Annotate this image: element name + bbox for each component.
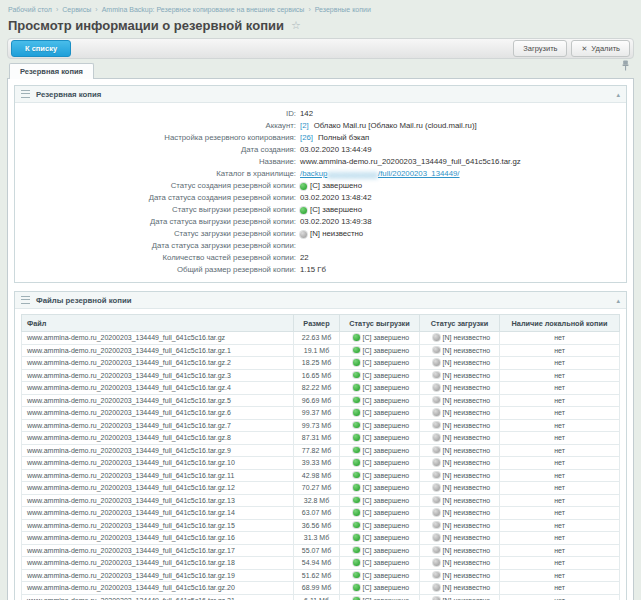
status-dot-completed	[353, 384, 360, 391]
delete-x-icon: ✕	[581, 45, 587, 52]
download-status-cell: [N] неизвестно	[420, 457, 500, 470]
collapse-panel-icon[interactable]: ▴	[616, 297, 620, 304]
form-row: Дата статуса создания резервной копии:03…	[15, 192, 626, 204]
file-name-cell: www.ammina-demo.ru_20200203_134449_full_…	[22, 344, 294, 357]
status-label: [C] завершено	[363, 472, 410, 479]
title-row: Просмотр информации о резервной копии ☆	[7, 17, 634, 38]
status-label: [C] завершено	[363, 372, 410, 379]
status-dot-unknown	[433, 497, 440, 504]
status-dot-unknown	[433, 509, 440, 516]
status-label: [N] неизвестно	[443, 397, 491, 404]
file-name-cell: www.ammina-demo.ru_20200203_134449_full_…	[22, 332, 294, 345]
backup-files-panel-header: Файлы резервной копии ▴	[15, 292, 626, 309]
download-status-cell: [N] неизвестно	[420, 469, 500, 482]
status-dot-unknown	[433, 359, 440, 366]
local-copy-cell: нет	[500, 332, 620, 345]
file-row: www.ammina-demo.ru_20200203_134449_full_…	[22, 357, 620, 370]
delete-button-label: Удалить	[591, 44, 620, 53]
status-dot-unknown	[433, 372, 440, 379]
status-label: [N] неизвестно	[443, 572, 491, 579]
file-size-cell: 96.69 Мб	[294, 394, 340, 407]
file-size-cell: 51.62 Мб	[294, 569, 340, 582]
status-dot-unknown	[433, 397, 440, 404]
path-prefix: /backup	[300, 169, 327, 178]
status-dot-completed	[353, 572, 360, 579]
reference-link[interactable]: [2]	[300, 120, 309, 132]
download-status-cell: [N] неизвестно	[420, 594, 500, 600]
files-table: Файл Размер Статус выгрузки Статус загру…	[21, 314, 620, 600]
status-label: [N] неизвестно	[443, 334, 491, 341]
status-label: [N] неизвестно	[443, 347, 491, 354]
download-status-cell: [N] неизвестно	[420, 569, 500, 582]
field-label: Дата статуса загрузки резервной копии:	[15, 240, 300, 252]
local-copy-cell: нет	[500, 382, 620, 395]
status-dot-completed	[353, 372, 360, 379]
status-dot-completed	[353, 359, 360, 366]
field-label: Дата статуса выгрузки резервной копии:	[15, 216, 300, 228]
file-size-cell: 82.22 Мб	[294, 382, 340, 395]
breadcrumb-link[interactable]: Рабочий стол	[8, 6, 52, 13]
file-size-cell: 55.07 Мб	[294, 544, 340, 557]
favorite-star-icon[interactable]: ☆	[291, 20, 301, 31]
status-label: [N] неизвестно	[443, 409, 491, 416]
local-copy-cell: нет	[500, 594, 620, 600]
download-button-label: Загрузить	[523, 44, 557, 53]
column-header-local: Наличие локальной копии	[500, 315, 620, 332]
download-button[interactable]: Загрузить	[513, 40, 567, 57]
field-label: Статус загрузки резервной копии:	[15, 228, 300, 240]
status-dot-completed	[353, 584, 360, 591]
form-row: Количество частей резервной копии:22	[15, 252, 626, 264]
field-value: [N] неизвестно	[300, 228, 363, 240]
status-label: [N] неизвестно	[443, 472, 491, 479]
status-label: [N] неизвестно	[443, 559, 491, 566]
breadcrumb-link[interactable]: Сервисы	[62, 6, 91, 13]
delete-button[interactable]: ✕ Удалить	[571, 40, 630, 57]
file-name-cell: www.ammina-demo.ru_20200203_134449_full_…	[22, 382, 294, 395]
file-row: www.ammina-demo.ru_20200203_134449_full_…	[22, 419, 620, 432]
status-dot-completed	[353, 522, 360, 529]
field-value: 142	[300, 108, 313, 120]
field-value: 1.15 Гб	[300, 264, 326, 276]
form-row: Дата статуса выгрузки резервной копии:03…	[15, 216, 626, 228]
file-row: www.ammina-demo.ru_20200203_134449_full_…	[22, 544, 620, 557]
status-label: [C] завершено	[363, 359, 410, 366]
breadcrumb-link[interactable]: Резервные копии	[315, 6, 371, 13]
upload-status-cell: [C] завершено	[340, 557, 420, 570]
toolbar: К списку Загрузить ✕ Удалить	[7, 38, 634, 59]
upload-status-cell: [C] завершено	[340, 457, 420, 470]
field-label: ID:	[15, 108, 300, 120]
status-label: [N] неизвестно	[443, 459, 491, 466]
file-row: www.ammina-demo.ru_20200203_134449_full_…	[22, 482, 620, 495]
download-status-cell: [N] неизвестно	[420, 394, 500, 407]
file-size-cell: 68.99 Мб	[294, 582, 340, 595]
form-row: Общий размер резервной копии:1.15 Гб	[15, 264, 626, 276]
status-dot-unknown	[433, 422, 440, 429]
status-dot-completed	[353, 422, 360, 429]
backup-info-panel-header: Резервная копия ▴	[15, 86, 626, 103]
form-row: Настройка резервного копирования:[26]Пол…	[15, 132, 626, 144]
download-status-cell: [N] неизвестно	[420, 344, 500, 357]
back-to-list-button[interactable]: К списку	[11, 40, 71, 57]
status-label: [C] завершено	[363, 559, 410, 566]
file-row: www.ammina-demo.ru_20200203_134449_full_…	[22, 407, 620, 420]
status-label: [N] неизвестно	[443, 597, 491, 600]
form-row: Название:www.ammina-demo.ru_20200203_134…	[15, 156, 626, 168]
form-row: Аккаунт:[2]Облако Mail.ru [Облако Mail.r…	[15, 120, 626, 132]
collapse-panel-icon[interactable]: ▴	[616, 91, 620, 98]
download-status-cell: [N] неизвестно	[420, 332, 500, 345]
reference-link[interactable]: [26]	[300, 132, 313, 144]
file-size-cell: 22.63 Мб	[294, 332, 340, 345]
storage-path-link[interactable]: /backupxxxxxxxxxxxxx/full/20200203_13444…	[300, 168, 460, 180]
file-name-cell: www.ammina-demo.ru_20200203_134449_full_…	[22, 369, 294, 382]
status-dot-completed	[300, 183, 307, 190]
status-label: [C] завершено	[363, 409, 410, 416]
status-dot-unknown	[433, 459, 440, 466]
status-dot-unknown	[433, 447, 440, 454]
pin-icon[interactable]	[622, 57, 629, 75]
breadcrumb-link[interactable]: Ammina Backup: Резервное копирование на …	[102, 6, 305, 13]
upload-status-cell: [C] завершено	[340, 582, 420, 595]
tab-backup-copy[interactable]: Резервная копия	[9, 63, 94, 79]
status-dot-completed	[353, 472, 360, 479]
status-label: [N] неизвестно	[443, 547, 491, 554]
file-row: www.ammina-demo.ru_20200203_134449_full_…	[22, 507, 620, 520]
